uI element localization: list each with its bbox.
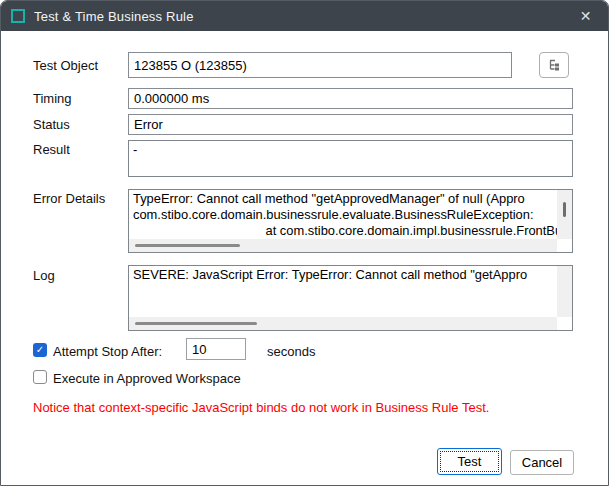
- notice-text: Notice that context-specific JavaScript …: [33, 400, 489, 415]
- checkmark-icon: ✓: [36, 345, 44, 355]
- window-title: Test & Time Business Rule: [34, 9, 194, 24]
- scrollbar-thumb[interactable]: [563, 202, 566, 217]
- attempt-stop-checkbox[interactable]: ✓: [33, 343, 47, 357]
- status-label: Status: [33, 117, 70, 132]
- log-box[interactable]: SEVERE: JavaScript Error: TypeError: Can…: [128, 265, 573, 331]
- error-line: TypeError: Cannot call method "getApprov…: [133, 191, 553, 207]
- scrollbar-corner: [557, 239, 572, 252]
- error-details-box[interactable]: TypeError: Cannot call method "getApprov…: [128, 189, 573, 253]
- error-details-label: Error Details: [33, 191, 105, 206]
- browse-tree-button[interactable]: [539, 52, 569, 78]
- attempt-stop-label: Attempt Stop After:: [53, 344, 162, 359]
- execute-approved-checkbox[interactable]: [33, 370, 47, 384]
- log-line: SEVERE: JavaScript Error: TypeError: Can…: [133, 267, 553, 283]
- timing-label: Timing: [33, 91, 72, 106]
- result-box[interactable]: -: [128, 140, 573, 177]
- error-line: com.stibo.core.domain.businessrule.evalu…: [133, 207, 553, 223]
- test-time-business-rule-dialog: Test & Time Business Rule ✕ Test Object …: [0, 0, 609, 486]
- error-details-vertical-scrollbar[interactable]: [557, 190, 572, 239]
- result-value: -: [133, 142, 568, 158]
- app-icon: [11, 9, 25, 23]
- title-bar: Test & Time Business Rule ✕: [1, 1, 608, 31]
- test-object-label: Test Object: [33, 58, 98, 73]
- test-button[interactable]: Test: [437, 448, 502, 475]
- close-icon: ✕: [580, 8, 592, 24]
- scrollbar-corner: [557, 317, 572, 330]
- execute-approved-label: Execute in Approved Workspace: [53, 371, 241, 386]
- cancel-button[interactable]: Cancel: [510, 450, 574, 475]
- log-vertical-scrollbar[interactable]: [557, 266, 572, 317]
- attempt-stop-seconds-input[interactable]: [186, 338, 246, 360]
- seconds-label: seconds: [267, 344, 315, 359]
- status-input[interactable]: [128, 114, 573, 135]
- timing-input[interactable]: [128, 88, 573, 109]
- error-details-horizontal-scrollbar[interactable]: [129, 239, 557, 252]
- close-button[interactable]: ✕: [563, 1, 608, 31]
- scrollbar-thumb[interactable]: [135, 244, 240, 247]
- scrollbar-thumb[interactable]: [135, 322, 257, 325]
- test-object-input[interactable]: [128, 52, 512, 78]
- log-label: Log: [33, 268, 55, 283]
- hierarchy-tree-icon: [547, 58, 562, 72]
- log-horizontal-scrollbar[interactable]: [129, 317, 557, 330]
- result-label: Result: [33, 142, 70, 157]
- error-line: at com.stibo.core.domain.impl.businessru…: [133, 223, 553, 239]
